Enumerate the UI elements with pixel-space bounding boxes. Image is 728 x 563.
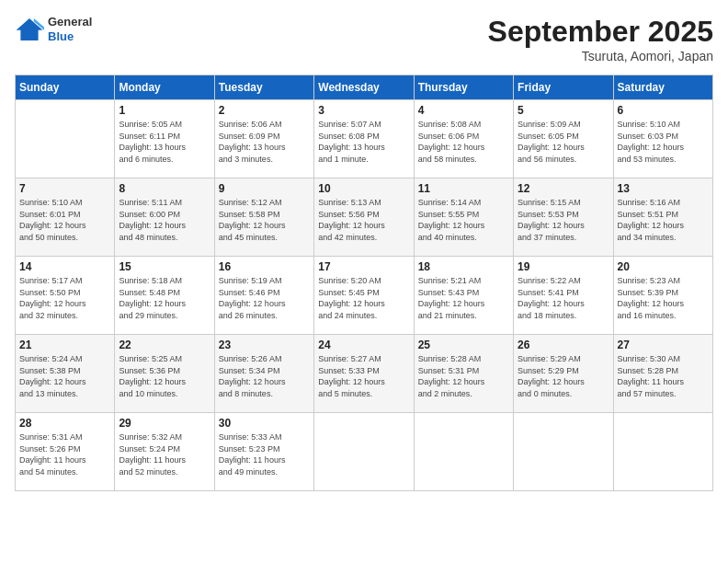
svg-marker-0 [17, 18, 43, 40]
day-info: Sunrise: 5:10 AM Sunset: 6:03 PM Dayligh… [618, 119, 709, 165]
calendar-cell: 8Sunrise: 5:11 AM Sunset: 6:00 PM Daylig… [115, 178, 214, 257]
day-number: 30 [219, 417, 310, 430]
day-info: Sunrise: 5:15 AM Sunset: 5:53 PM Dayligh… [518, 197, 609, 243]
day-info: Sunrise: 5:14 AM Sunset: 5:55 PM Dayligh… [418, 197, 509, 243]
calendar-cell: 23Sunrise: 5:26 AM Sunset: 5:34 PM Dayli… [214, 335, 313, 413]
day-info: Sunrise: 5:06 AM Sunset: 6:09 PM Dayligh… [219, 119, 310, 165]
location-subtitle: Tsuruta, Aomori, Japan [488, 49, 713, 63]
weekday-header: Saturday [613, 75, 712, 100]
logo-text: General Blue [48, 15, 92, 43]
day-number: 11 [418, 182, 509, 195]
day-info: Sunrise: 5:19 AM Sunset: 5:46 PM Dayligh… [219, 275, 310, 321]
calendar-week-row: 7Sunrise: 5:10 AM Sunset: 6:01 PM Daylig… [16, 178, 713, 257]
calendar-cell: 27Sunrise: 5:30 AM Sunset: 5:28 PM Dayli… [613, 335, 712, 413]
day-info: Sunrise: 5:29 AM Sunset: 5:29 PM Dayligh… [518, 353, 609, 399]
calendar-cell: 13Sunrise: 5:16 AM Sunset: 5:51 PM Dayli… [613, 178, 712, 257]
day-info: Sunrise: 5:23 AM Sunset: 5:39 PM Dayligh… [618, 275, 709, 321]
day-number: 16 [219, 260, 310, 273]
day-number: 17 [318, 260, 409, 273]
calendar-cell: 7Sunrise: 5:10 AM Sunset: 6:01 PM Daylig… [16, 178, 115, 257]
day-info: Sunrise: 5:18 AM Sunset: 5:48 PM Dayligh… [119, 275, 210, 321]
calendar-cell: 20Sunrise: 5:23 AM Sunset: 5:39 PM Dayli… [613, 257, 712, 335]
calendar-cell: 6Sunrise: 5:10 AM Sunset: 6:03 PM Daylig… [613, 100, 712, 178]
day-number: 5 [518, 104, 609, 117]
calendar-cell: 17Sunrise: 5:20 AM Sunset: 5:45 PM Dayli… [314, 257, 414, 335]
day-number: 12 [518, 182, 609, 195]
calendar-cell [613, 413, 712, 491]
calendar-cell [16, 100, 115, 178]
calendar-cell: 29Sunrise: 5:32 AM Sunset: 5:24 PM Dayli… [115, 413, 214, 491]
logo: General Blue [15, 15, 92, 43]
day-info: Sunrise: 5:09 AM Sunset: 6:05 PM Dayligh… [518, 119, 609, 165]
calendar-cell: 19Sunrise: 5:22 AM Sunset: 5:41 PM Dayli… [514, 257, 613, 335]
calendar-cell [514, 413, 613, 491]
calendar-cell: 10Sunrise: 5:13 AM Sunset: 5:56 PM Dayli… [314, 178, 414, 257]
day-info: Sunrise: 5:31 AM Sunset: 5:26 PM Dayligh… [19, 431, 110, 477]
day-number: 7 [19, 182, 110, 195]
day-number: 8 [119, 182, 210, 195]
day-number: 24 [318, 339, 409, 351]
calendar-cell: 12Sunrise: 5:15 AM Sunset: 5:53 PM Dayli… [514, 178, 613, 257]
day-info: Sunrise: 5:21 AM Sunset: 5:43 PM Dayligh… [418, 275, 509, 321]
day-number: 2 [219, 104, 310, 117]
day-number: 28 [19, 417, 110, 430]
weekday-header: Thursday [414, 75, 513, 100]
calendar-cell: 1Sunrise: 5:05 AM Sunset: 6:11 PM Daylig… [115, 100, 214, 178]
day-info: Sunrise: 5:26 AM Sunset: 5:34 PM Dayligh… [219, 353, 310, 399]
calendar-cell: 14Sunrise: 5:17 AM Sunset: 5:50 PM Dayli… [16, 257, 115, 335]
weekday-header: Sunday [16, 75, 115, 100]
day-number: 18 [418, 260, 509, 273]
day-info: Sunrise: 5:13 AM Sunset: 5:56 PM Dayligh… [318, 197, 409, 243]
day-number: 13 [618, 182, 709, 195]
day-number: 14 [19, 260, 110, 273]
day-info: Sunrise: 5:07 AM Sunset: 6:08 PM Dayligh… [318, 119, 409, 165]
day-number: 3 [318, 104, 409, 117]
day-info: Sunrise: 5:16 AM Sunset: 5:51 PM Dayligh… [618, 197, 709, 243]
calendar-cell: 30Sunrise: 5:33 AM Sunset: 5:23 PM Dayli… [214, 413, 313, 491]
calendar-cell: 15Sunrise: 5:18 AM Sunset: 5:48 PM Dayli… [115, 257, 214, 335]
day-number: 6 [618, 104, 709, 117]
day-info: Sunrise: 5:08 AM Sunset: 6:06 PM Dayligh… [418, 119, 509, 165]
day-info: Sunrise: 5:05 AM Sunset: 6:11 PM Dayligh… [119, 119, 210, 165]
day-number: 21 [19, 339, 110, 351]
day-number: 27 [618, 339, 709, 351]
title-block: September 2025 Tsuruta, Aomori, Japan [488, 15, 713, 63]
logo-icon [15, 17, 44, 42]
calendar-cell: 3Sunrise: 5:07 AM Sunset: 6:08 PM Daylig… [314, 100, 414, 178]
day-number: 4 [418, 104, 509, 117]
day-info: Sunrise: 5:11 AM Sunset: 6:00 PM Dayligh… [119, 197, 210, 243]
day-info: Sunrise: 5:30 AM Sunset: 5:28 PM Dayligh… [618, 353, 709, 399]
day-info: Sunrise: 5:33 AM Sunset: 5:23 PM Dayligh… [219, 431, 310, 477]
day-number: 25 [418, 339, 509, 351]
calendar-cell [314, 413, 414, 491]
page-header: General Blue September 2025 Tsuruta, Aom… [15, 15, 713, 63]
month-title: September 2025 [488, 15, 713, 49]
day-number: 23 [219, 339, 310, 351]
calendar-cell: 9Sunrise: 5:12 AM Sunset: 5:58 PM Daylig… [214, 178, 313, 257]
day-number: 15 [119, 260, 210, 273]
day-number: 10 [318, 182, 409, 195]
day-info: Sunrise: 5:20 AM Sunset: 5:45 PM Dayligh… [318, 275, 409, 321]
calendar-cell: 28Sunrise: 5:31 AM Sunset: 5:26 PM Dayli… [16, 413, 115, 491]
calendar-week-row: 1Sunrise: 5:05 AM Sunset: 6:11 PM Daylig… [16, 100, 713, 178]
weekday-header: Wednesday [314, 75, 414, 100]
day-info: Sunrise: 5:32 AM Sunset: 5:24 PM Dayligh… [119, 431, 210, 477]
day-number: 1 [119, 104, 210, 117]
day-number: 29 [119, 417, 210, 430]
calendar-cell: 18Sunrise: 5:21 AM Sunset: 5:43 PM Dayli… [414, 257, 513, 335]
calendar-cell: 4Sunrise: 5:08 AM Sunset: 6:06 PM Daylig… [414, 100, 513, 178]
calendar-week-row: 14Sunrise: 5:17 AM Sunset: 5:50 PM Dayli… [16, 257, 713, 335]
weekday-header: Tuesday [214, 75, 313, 100]
day-number: 19 [518, 260, 609, 273]
day-info: Sunrise: 5:27 AM Sunset: 5:33 PM Dayligh… [318, 353, 409, 399]
calendar-cell: 2Sunrise: 5:06 AM Sunset: 6:09 PM Daylig… [214, 100, 313, 178]
day-info: Sunrise: 5:22 AM Sunset: 5:41 PM Dayligh… [518, 275, 609, 321]
calendar-week-row: 21Sunrise: 5:24 AM Sunset: 5:38 PM Dayli… [16, 335, 713, 413]
weekday-header-row: SundayMondayTuesdayWednesdayThursdayFrid… [16, 75, 713, 100]
calendar-table: SundayMondayTuesdayWednesdayThursdayFrid… [15, 75, 713, 491]
day-number: 20 [618, 260, 709, 273]
calendar-cell: 11Sunrise: 5:14 AM Sunset: 5:55 PM Dayli… [414, 178, 513, 257]
calendar-cell [414, 413, 513, 491]
weekday-header: Monday [115, 75, 214, 100]
day-number: 26 [518, 339, 609, 351]
